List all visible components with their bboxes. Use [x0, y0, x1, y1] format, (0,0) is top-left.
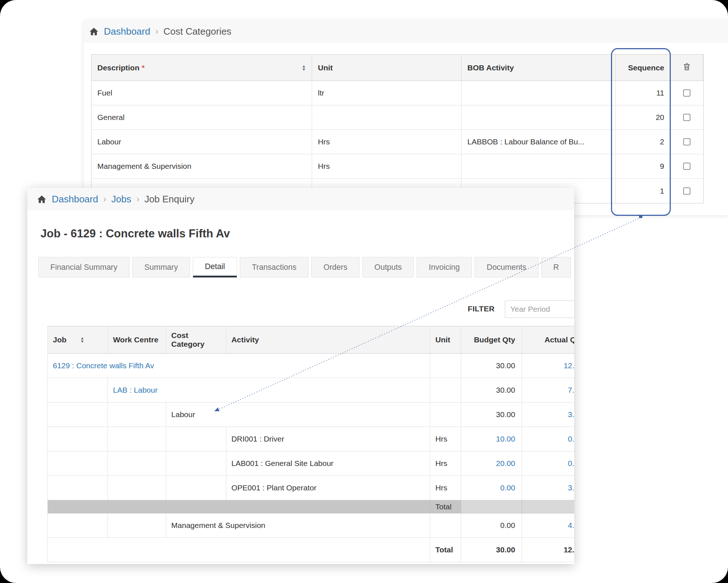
cell-budget-qty[interactable]: 0.00 [461, 476, 522, 500]
cell-indent [48, 513, 108, 537]
table-header-row: Job ▲▼ Work Centre Cost Category Activit… [48, 326, 574, 354]
cell-actual-qty[interactable]: 3.0 [522, 403, 574, 427]
cell-bob-activity[interactable] [462, 154, 616, 178]
page: Dashboard › Cost Categories Description … [0, 0, 728, 583]
cell-actual-qty[interactable]: 12.0 [522, 354, 574, 378]
table-row-work-centre: LAB : Labour 30.00 7.0 [48, 378, 574, 403]
cell-unit[interactable] [312, 105, 462, 129]
tab-transactions[interactable]: Transactions [240, 257, 308, 277]
cell-subtotal-span [48, 500, 430, 513]
cell-unit [430, 378, 461, 402]
cell-unit[interactable]: Hrs [312, 154, 462, 178]
cell-sequence[interactable]: 20 [616, 105, 670, 129]
cell-activity[interactable]: LAB001 : General Site Labour [226, 451, 431, 475]
cell-indent [166, 427, 226, 451]
table-header-row: Description * ▲▼ Unit BOB Activity Seque… [92, 55, 703, 81]
breadcrumb-separator: › [136, 194, 139, 204]
sort-icon[interactable]: ▲▼ [80, 337, 84, 343]
header-budget-qty: Budget Qty [461, 326, 522, 353]
work-centre-link[interactable]: LAB : Labour [113, 386, 158, 395]
cell-actual-qty[interactable]: 4.0 [522, 513, 574, 537]
delete-checkbox[interactable] [683, 187, 690, 195]
table-row-job: 6129 : Concrete walls Fifth Av 30.00 12.… [48, 354, 574, 378]
header-bob-activity: BOB Activity [462, 55, 616, 81]
cell-indent [48, 427, 108, 451]
cell-unit[interactable]: Hrs [312, 130, 462, 154]
tab-detail[interactable]: Detail [193, 257, 237, 277]
cell-activity[interactable]: DRI001 : Driver [226, 427, 431, 451]
cell-subtotal-label: Total [430, 500, 461, 513]
tab-reports[interactable]: R [541, 257, 571, 277]
cell-sequence[interactable]: 1 [616, 179, 670, 203]
cell-actual-qty[interactable]: 7.0 [522, 378, 574, 402]
cell-indent [108, 427, 166, 451]
table-row: Management & Supervision Hrs 9 [92, 154, 703, 179]
cell-indent [108, 451, 166, 475]
sort-icon[interactable]: ▲▼ [302, 65, 306, 71]
cell-subtotal-actual [522, 500, 574, 513]
delete-checkbox[interactable] [683, 89, 690, 97]
breadcrumb-dashboard-link[interactable]: Dashboard [52, 194, 98, 205]
header-description[interactable]: Description * ▲▼ [92, 55, 312, 81]
cell-delete [670, 130, 703, 154]
breadcrumb-jobs-link[interactable]: Jobs [111, 194, 131, 205]
home-icon[interactable] [37, 194, 47, 204]
breadcrumb-dashboard-link[interactable]: Dashboard [104, 26, 150, 37]
cell-unit[interactable]: ltr [312, 81, 462, 105]
breadcrumb-separator: › [103, 194, 106, 204]
table-row: General 20 [92, 105, 703, 130]
cell-delete [670, 179, 703, 203]
cell-actual-qty[interactable]: 3.0 [522, 476, 574, 500]
tab-invoicing[interactable]: Invoicing [417, 257, 472, 277]
cell-sequence[interactable]: 11 [616, 81, 670, 105]
cell-indent [108, 476, 166, 500]
table-row: Labour Hrs LABBOB : Labour Balance of Bu… [92, 130, 703, 154]
year-period-input[interactable] [505, 300, 574, 318]
header-unit: Unit [430, 326, 461, 353]
table-row-cost-category: Management & Supervision 0.00 4.0 [48, 513, 574, 538]
header-activity: Activity [226, 326, 431, 353]
delete-checkbox[interactable] [683, 138, 690, 145]
cell-cost-category[interactable]: Labour [166, 403, 430, 427]
cell-budget-qty[interactable]: 20.00 [461, 451, 522, 475]
header-job[interactable]: Job ▲▼ [48, 326, 108, 353]
delete-checkbox[interactable] [683, 163, 690, 170]
cell-budget-qty[interactable]: 10.00 [461, 427, 522, 451]
cell-bob-activity[interactable]: LABBOB : Labour Balance of Bu... [462, 130, 616, 154]
cell-sequence[interactable]: 9 [616, 154, 670, 178]
cost-categories-table: Description * ▲▼ Unit BOB Activity Seque… [91, 54, 704, 203]
cell-description[interactable]: Management & Supervision [92, 154, 312, 178]
cell-unit [430, 403, 461, 427]
tab-outputs[interactable]: Outputs [362, 257, 414, 277]
cell-unit: Hrs [430, 451, 461, 475]
delete-checkbox[interactable] [683, 114, 690, 121]
cell-description[interactable]: General [92, 105, 312, 129]
cell-sequence[interactable]: 2 [616, 130, 670, 154]
table-row: Fuel ltr 11 [92, 81, 703, 105]
cell-budget-qty: 30.00 [461, 378, 522, 402]
cell-bob-activity[interactable] [462, 81, 616, 105]
home-icon[interactable] [89, 27, 99, 36]
cell-total-span [48, 538, 430, 562]
cell-actual-qty[interactable]: 0.0 [522, 451, 574, 475]
table-row-activity: DRI001 : Driver Hrs 10.00 0.0 [48, 427, 574, 451]
cell-total-label: Total [430, 538, 461, 562]
trash-icon [682, 62, 691, 73]
cell-indent [166, 476, 226, 500]
cell-indent [48, 378, 108, 402]
required-asterisk: * [142, 63, 145, 72]
job-link[interactable]: 6129 : Concrete walls Fifth Av [53, 361, 154, 370]
tab-documents[interactable]: Documents [475, 257, 538, 277]
tab-bar: Financial Summary Summary Detail Transac… [38, 257, 574, 277]
filter-row: FILTER [27, 300, 574, 319]
cell-actual-qty[interactable]: 0.0 [522, 427, 574, 451]
tab-financial-summary[interactable]: Financial Summary [38, 257, 129, 277]
tab-orders[interactable]: Orders [311, 257, 359, 277]
cell-description[interactable]: Fuel [92, 81, 312, 105]
cell-activity[interactable]: OPE001 : Plant Operator [226, 476, 431, 500]
cell-description[interactable]: Labour [92, 130, 312, 154]
tab-summary[interactable]: Summary [132, 257, 190, 277]
cell-unit: Hrs [430, 476, 461, 500]
cell-bob-activity[interactable] [462, 105, 616, 129]
cell-cost-category[interactable]: Management & Supervision [166, 513, 430, 537]
